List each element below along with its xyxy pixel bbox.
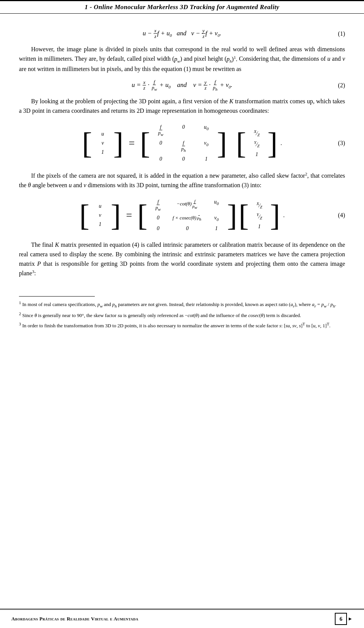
footnotes-section: 1 In most of real camera specifications,… xyxy=(0,300,364,330)
eq1-number: (1) xyxy=(338,30,345,37)
right-bracket-4b: ] xyxy=(227,200,237,230)
footer-title: Abordagens Práticas de Realidade Virtual… xyxy=(11,616,138,622)
matrix-3x3-eq3: fpw 0 u0 0 fph v0 0 0 1 xyxy=(152,123,215,163)
left-bracket-3c: [ xyxy=(236,128,246,158)
paragraph-3: By looking at the problem of projecting … xyxy=(19,97,345,116)
footnote-3: 3 In order to finish the transformation … xyxy=(19,321,345,330)
left-bracket-4a: [ xyxy=(79,200,89,230)
right-bracket-4c: ] xyxy=(270,200,280,230)
eq2-number: (2) xyxy=(338,82,345,89)
page-number: 6 xyxy=(335,613,347,625)
main-content: u − xzf + u0 and v − yzf + v0. (1) Howev… xyxy=(0,14,364,290)
paragraph-4: If the pixels of the camera are not squa… xyxy=(19,171,345,190)
equation-1: u − xzf + u0 and v − yzf + v0. (1) xyxy=(19,28,345,39)
footer-page-area: 6 ► xyxy=(335,613,353,625)
next-arrow[interactable]: ► xyxy=(348,616,353,622)
ph-symbol: ph xyxy=(227,56,232,62)
right-bracket-4a: ] xyxy=(111,200,121,230)
eq4-number: (4) xyxy=(338,212,345,219)
vector-uv1: u v 1 xyxy=(94,130,112,156)
eq3-number: (3) xyxy=(338,140,345,147)
paragraph-1: However, the image plane is divided in p… xyxy=(19,45,345,74)
header-title: 1 - Online Monocular Markerless 3D Track… xyxy=(85,3,279,11)
footnote-2: 2 Since θ is generally near to 90°, the … xyxy=(19,311,345,319)
page-footer: Abordagens Práticas de Realidade Virtual… xyxy=(0,609,364,628)
right-bracket-3a: ] xyxy=(113,128,124,158)
vector-xyz: X∕Z Y∕Z 1 xyxy=(248,128,266,159)
left-bracket-4b: [ xyxy=(137,200,147,230)
vector-uv1-eq4: u v 1 xyxy=(91,202,109,229)
footnote-divider xyxy=(19,296,95,297)
left-bracket-4c: [ xyxy=(238,200,249,230)
page-header: 1 - Online Monocular Markerless 3D Track… xyxy=(0,0,364,14)
equation-4: [ u v 1 ] = [ fpw −cot(θ)fpw u0 0 f × co… xyxy=(19,198,345,233)
right-bracket-3c: ] xyxy=(267,128,278,158)
paragraph-5: The final K matrix presented in equation… xyxy=(19,240,345,279)
equation-2: u = xz · fpw + u0 and v = yz · fph + v0.… xyxy=(19,79,345,92)
eq1-math: u − xzf + u0 and v − yzf + v0. xyxy=(143,30,221,37)
page-container: 1 - Online Monocular Markerless 3D Track… xyxy=(0,0,364,628)
pw-symbol: pw xyxy=(174,56,180,62)
equation-3: [ u v 1 ] = [ fpw 0 u0 0 fph v0 0 0 1 ] xyxy=(19,123,345,163)
right-bracket-3b: ] xyxy=(217,128,227,158)
footnote-1: 1 In most of real camera specifications,… xyxy=(19,300,345,309)
vector-xyz-eq4: X∕Z Y∕Z 1 xyxy=(250,200,268,231)
matrix-3x3-eq4: fpw −cot(θ)fpw u0 0 f × cosec(θ)ph v0 0 … xyxy=(149,198,226,233)
left-bracket-3b: [ xyxy=(140,128,150,158)
left-bracket-3a: [ xyxy=(82,128,92,158)
eq2-math: u = xz · fpw + u0 and v = yz · fph + v0. xyxy=(132,81,232,88)
